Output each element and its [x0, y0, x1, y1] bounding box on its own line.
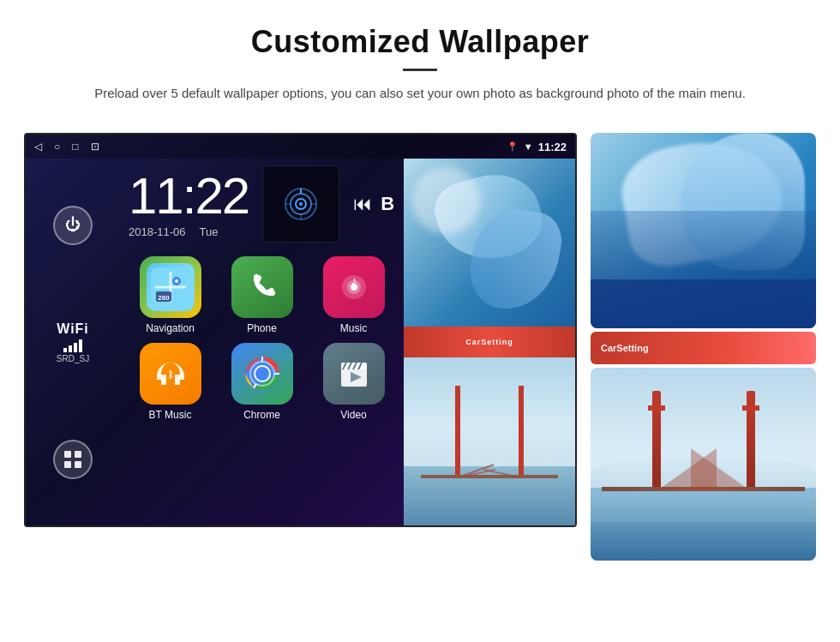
app-item-btmusic[interactable]: ᛒ BT Music: [129, 343, 212, 421]
power-button[interactable]: ⏻: [53, 206, 93, 245]
day-value: Tue: [200, 225, 219, 238]
android-main: ⏻ WiFi SRD_SJ: [26, 159, 575, 525]
music-icon: ♪: [323, 256, 385, 318]
svg-rect-3: [75, 461, 81, 468]
title-divider: [403, 69, 437, 71]
home-icon[interactable]: ○: [54, 141, 60, 153]
wallpaper-ice-preview: [404, 159, 575, 327]
prev-icon[interactable]: ⏮: [353, 193, 372, 215]
phone-svg: [245, 270, 279, 304]
svg-point-26: [255, 367, 269, 381]
music-label: Music: [340, 322, 367, 334]
svg-rect-2: [64, 461, 71, 468]
power-icon: ⏻: [65, 216, 81, 234]
app-item-phone[interactable]: Phone: [220, 256, 303, 334]
carsetting-strip: CarSetting: [404, 327, 575, 357]
location-icon: 📍: [507, 141, 519, 153]
video-icon: [323, 343, 385, 405]
recents-icon[interactable]: □: [72, 141, 78, 153]
app-item-navigation[interactable]: 280 Navigation: [129, 256, 212, 334]
status-bar-right: 📍 ▼ 11:22: [507, 141, 567, 153]
svg-rect-1: [75, 451, 81, 458]
carsetting-strip-label: CarSetting: [465, 338, 513, 346]
svg-text:280: 280: [158, 294, 170, 302]
nav-map-inner: 280: [147, 263, 195, 311]
chrome-icon-container: [231, 343, 293, 405]
app-item-video[interactable]: Video: [312, 343, 395, 421]
phone-icon: [231, 256, 293, 318]
clock-time: 11:22: [129, 171, 249, 222]
page-title: Customized Wallpaper: [51, 24, 789, 60]
android-center: 11:22 2018-11-06 Tue: [120, 159, 404, 525]
wifi-bar-2: [69, 345, 72, 352]
wifi-status-icon: ▼: [524, 141, 533, 152]
page-header: Customized Wallpaper Preload over 5 defa…: [0, 0, 840, 117]
svg-text:♪: ♪: [351, 273, 357, 287]
map-svg: 280: [151, 267, 190, 307]
btmusic-icon: ᛒ: [140, 343, 201, 405]
clock-date: 2018-11-06 Tue: [129, 225, 249, 238]
wallpaper-bridge-preview: [404, 357, 575, 525]
app-item-music[interactable]: ♪ Music: [312, 256, 395, 334]
page-description: Preload over 5 default wallpaper options…: [86, 83, 754, 104]
android-screen: ◁ ○ □ ⊡ 📍 ▼ 11:22 ⏻: [24, 133, 577, 527]
wallpaper-side-previews: CarSetting: [591, 133, 816, 561]
status-bar: ◁ ○ □ ⊡ 📍 ▼ 11:22: [26, 135, 575, 159]
svg-point-7: [299, 202, 303, 206]
wifi-bars: [57, 339, 89, 352]
btmusic-label: BT Music: [149, 409, 192, 421]
media-widget: [262, 165, 339, 243]
apps-grid-button[interactable]: [53, 440, 93, 479]
android-sidebar: ⏻ WiFi SRD_SJ: [26, 159, 120, 525]
date-value: 2018-11-06: [129, 225, 186, 238]
media-controls: ⏮ B: [353, 193, 394, 215]
btmusic-svg: ᛒ: [153, 356, 189, 392]
chrome-svg: [242, 353, 283, 394]
wallpaper-bridge-large[interactable]: [591, 368, 816, 561]
music-svg: ♪: [337, 270, 371, 304]
carsetting-label: CarSetting: [601, 343, 649, 353]
media-icon: [284, 187, 318, 221]
wifi-label: WiFi: [57, 321, 89, 337]
screenshot-icon[interactable]: ⊡: [91, 141, 99, 153]
svg-rect-0: [64, 451, 71, 458]
wallpaper-ice-large[interactable]: [591, 133, 816, 328]
android-right-panel: CarSetting: [404, 159, 575, 525]
apps-grid: 280 Navigation: [129, 256, 395, 421]
svg-point-18: [175, 279, 178, 283]
wifi-bar-3: [74, 343, 77, 352]
wifi-bar-1: [63, 348, 67, 352]
back-icon[interactable]: ◁: [34, 141, 42, 153]
phone-label: Phone: [247, 322, 277, 334]
clock-block: 11:22 2018-11-06 Tue: [129, 171, 249, 238]
wifi-bar-4: [79, 339, 82, 352]
content-area: ◁ ○ □ ⊡ 📍 ▼ 11:22 ⏻: [0, 117, 840, 561]
navigation-icon: 280: [140, 256, 201, 318]
wifi-ssid: SRD_SJ: [57, 354, 89, 363]
page-wrapper: Customized Wallpaper Preload over 5 defa…: [0, 0, 840, 561]
video-svg: [336, 356, 372, 392]
status-bar-left: ◁ ○ □ ⊡: [34, 141, 99, 153]
navigation-label: Navigation: [146, 322, 195, 334]
status-time: 11:22: [538, 141, 567, 153]
wifi-widget: WiFi SRD_SJ: [57, 321, 89, 363]
chrome-label: Chrome: [243, 409, 280, 421]
svg-text:ᛒ: ᛒ: [167, 369, 173, 380]
grid-icon: [63, 450, 82, 469]
carsetting-wallpaper[interactable]: CarSetting: [591, 332, 816, 364]
bluetooth-label: B: [381, 193, 394, 215]
clock-area: 11:22 2018-11-06 Tue: [129, 165, 395, 243]
app-item-chrome[interactable]: Chrome: [220, 343, 303, 421]
video-label: Video: [340, 409, 366, 421]
